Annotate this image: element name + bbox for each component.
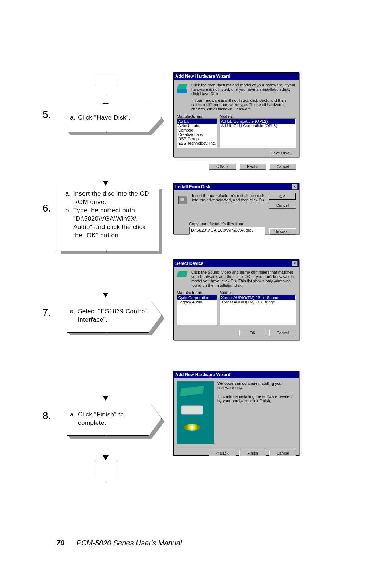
wizard-line-2: To continue installing the software need… — [217, 394, 296, 403]
step-number-6: 6. — [42, 202, 51, 214]
list-item[interactable]: Aztech Labs — [177, 124, 217, 128]
titlebar: Install From Disk × — [174, 183, 299, 190]
flow-line — [106, 250, 106, 294]
list-item[interactable]: Legacy Audio — [177, 300, 217, 304]
list-item[interactable]: Ad Lib — [177, 119, 217, 124]
label-copy-from: Copy manufacturer's files from: — [189, 222, 244, 226]
cd-icon — [181, 424, 203, 439]
manual-title: PCM-5820 Series User's Manual — [77, 539, 182, 547]
browse-button[interactable]: Browse... — [269, 228, 296, 235]
cancel-button[interactable]: Cancel — [269, 202, 296, 209]
listbox-models[interactable]: Ad Lib Compatible (OPL2) Ad Lib Gold Com… — [220, 118, 296, 148]
dialog-finish-wizard: Add New Hardware Wizard Windows can cont… — [173, 371, 299, 456]
flow-connector-in — [95, 73, 117, 94]
dialog-add-hardware: Add New Hardware Wizard Click the manufa… — [173, 72, 299, 157]
dialog-title: Select Device — [175, 261, 203, 266]
path-input[interactable]: D:\5820\VGA.100\Win9X\Audio\ — [189, 227, 265, 235]
list-item[interactable]: XpressAUDIO(TM) PCI Bridge — [220, 300, 295, 304]
flow-arrow — [103, 293, 109, 298]
dialog-title: Install From Disk — [175, 184, 211, 189]
dialog-instruction-2: If your hardware is still not listed, cl… — [191, 98, 296, 111]
step-number-7: 7. — [42, 307, 51, 318]
cancel-button[interactable]: Cancel — [269, 450, 296, 456]
dialog-instruction: Click the Sound, video and game controll… — [191, 270, 296, 287]
step-7-text: a.Select "ES1869 Control interface". — [70, 307, 150, 324]
device-icon — [177, 270, 188, 282]
cancel-button[interactable]: Cancel — [269, 330, 296, 336]
flow-line — [106, 131, 106, 182]
flow-line — [106, 435, 106, 457]
ok-button[interactable]: OK — [239, 330, 266, 336]
label-manufacturers: Manufacturers: — [177, 114, 217, 118]
listbox-manufacturers[interactable]: Cyrix Corporation Legacy Audio — [177, 295, 217, 325]
list-item[interactable]: Compaq — [177, 128, 217, 132]
list-item[interactable]: Ad Lib Compatible (OPL2) — [220, 119, 295, 124]
dialog-title: Add New Hardware Wizard — [175, 372, 230, 377]
wizard-line-1: Windows can continue installing your har… — [217, 381, 296, 390]
flow-line — [106, 332, 106, 397]
step-number-5: 5. — [42, 109, 51, 121]
step-number-8: 8. — [42, 410, 51, 422]
step-5-text: a.Click "Have Disk". — [70, 114, 150, 122]
have-disk-button[interactable]: Have Disk... — [267, 150, 296, 156]
list-item[interactable]: Creative Labs — [177, 132, 217, 137]
drive-icon — [181, 405, 203, 420]
label-models: Models: — [220, 290, 296, 295]
next-button[interactable]: Next > — [239, 163, 266, 170]
ok-button[interactable]: OK — [269, 193, 296, 200]
titlebar: Add New Hardware Wizard — [174, 73, 299, 80]
step-6-text: a.Insert the disc into the CD-ROM drive.… — [65, 190, 156, 240]
path-value: D:\5820\VGA.100\Win9X\Audio\ — [191, 228, 253, 233]
back-button[interactable]: < Back — [209, 163, 236, 170]
label-manufacturers: Manufacturers: — [177, 290, 217, 295]
wizard-graphic — [177, 381, 214, 444]
list-item[interactable]: DSP Group — [177, 137, 217, 141]
page-footer: 70 PCM-5820 Series User's Manual — [56, 539, 182, 547]
listbox-manufacturers[interactable]: Ad Lib Aztech Labs Compaq Creative Labs … — [177, 118, 217, 148]
listbox-models[interactable]: XpressAUDIO(TM) 16-bit Sound XpressAUDIO… — [220, 295, 296, 325]
manual-page: 5. a.Click "Have Disk". 6. a.Insert the … — [0, 0, 392, 588]
list-item[interactable]: ESS Technology, Inc. — [177, 141, 217, 145]
dialog-title: Add New Hardware Wizard — [175, 74, 230, 79]
titlebar: Select Device × — [174, 260, 299, 267]
list-item[interactable]: XpressAUDIO(TM) 16-bit Sound — [220, 295, 295, 300]
finish-button[interactable]: Finish — [239, 450, 266, 456]
card-icon — [181, 387, 203, 402]
page-number: 70 — [56, 539, 64, 547]
back-button[interactable]: < Back — [209, 450, 236, 456]
dialog-select-device: Select Device × Click the Sound, video a… — [173, 259, 299, 340]
disk-icon — [177, 193, 188, 205]
flow-connector-out — [95, 461, 117, 483]
label-models: Models: — [220, 114, 296, 118]
close-icon[interactable]: × — [292, 261, 298, 266]
cancel-button[interactable]: Cancel — [269, 163, 296, 170]
flow-arrow — [103, 181, 109, 186]
step-8-text: a.Click "Finish" to complete. — [70, 411, 150, 427]
hardware-icon — [177, 83, 188, 94]
list-item[interactable]: Cyrix Corporation — [177, 295, 217, 300]
flow-arrow — [103, 396, 109, 401]
dialog-install-from-disk: Install From Disk × Insert the manufactu… — [173, 183, 299, 234]
dialog-instruction: Click the manufacturer and model of your… — [191, 83, 296, 96]
list-item[interactable]: Ad Lib Gold Compatible (OPL3) — [220, 124, 295, 128]
close-icon[interactable]: × — [292, 184, 298, 190]
flow-arrow — [103, 455, 109, 460]
titlebar: Add New Hardware Wizard — [174, 371, 299, 378]
